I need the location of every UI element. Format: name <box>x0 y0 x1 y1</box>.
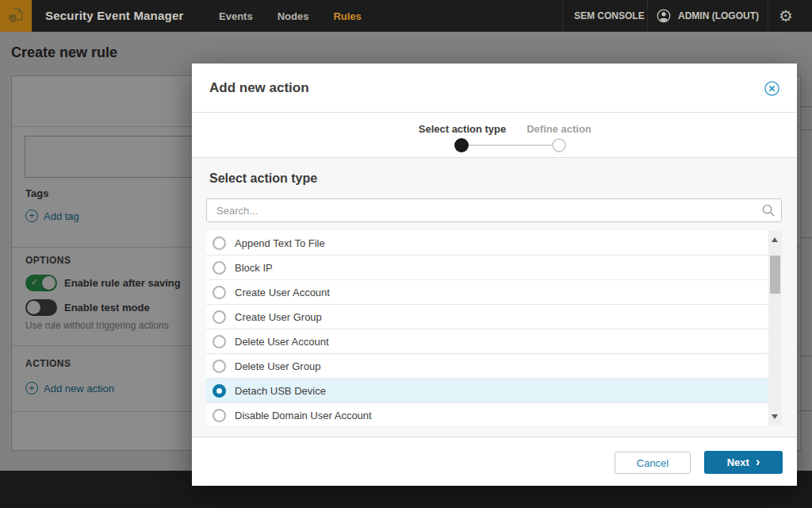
user-avatar-icon <box>657 9 671 23</box>
main-nav: Events Nodes Rules <box>219 0 362 32</box>
top-navbar: Security Event Manager Events Nodes Rule… <box>0 0 812 32</box>
settings-gear-icon[interactable]: ⚙ <box>779 0 793 32</box>
scrollbar-thumb[interactable] <box>770 256 780 294</box>
action-type-option[interactable]: Delete User Group <box>206 354 782 379</box>
radio-icon[interactable] <box>213 261 226 275</box>
radio-icon[interactable] <box>213 409 226 422</box>
nav-divider <box>768 0 768 32</box>
action-type-option[interactable]: Append Text To File <box>206 231 782 256</box>
radio-icon[interactable] <box>213 237 226 250</box>
action-type-option[interactable]: Detach USB Device <box>206 379 782 403</box>
modal-header: Add new action <box>192 64 797 113</box>
action-type-option[interactable]: Block IP <box>206 256 782 280</box>
radio-icon[interactable] <box>213 310 226 324</box>
step-define-action: Define action <box>527 123 592 135</box>
step-connector-line <box>462 144 559 146</box>
nav-item-nodes[interactable]: Nodes <box>278 10 309 22</box>
next-button[interactable]: Next › <box>704 451 783 474</box>
option-label: Block IP <box>235 262 273 274</box>
radio-icon[interactable] <box>213 384 226 398</box>
option-label: Delete User Account <box>235 336 329 348</box>
option-label: Detach USB Device <box>235 385 326 397</box>
list-scrollbar[interactable] <box>768 231 782 425</box>
close-icon[interactable] <box>764 81 779 96</box>
action-type-option[interactable]: Disable Domain User Account <box>206 403 782 425</box>
option-label: Create User Account <box>235 287 330 298</box>
admin-logout-link[interactable]: ADMIN (LOGOUT) <box>678 0 759 32</box>
chevron-right-icon: › <box>756 456 760 468</box>
option-label: Delete User Group <box>235 360 320 372</box>
action-type-option[interactable]: Create User Account <box>206 280 782 305</box>
step-dot-active <box>454 138 469 152</box>
app-title: Security Event Manager <box>45 0 183 32</box>
option-label: Disable Domain User Account <box>235 410 372 421</box>
app-logo[interactable] <box>0 0 32 32</box>
wizard-stepper: Select action type Define action <box>192 113 797 158</box>
modal-footer: Cancel Next › <box>192 437 797 486</box>
search-field-wrap <box>206 198 782 222</box>
nav-divider <box>562 0 563 32</box>
search-input[interactable] <box>206 198 782 222</box>
radio-icon[interactable] <box>213 335 226 348</box>
radio-icon[interactable] <box>213 360 226 373</box>
add-action-modal: Add new action Select action type Define… <box>192 64 797 486</box>
nav-divider <box>647 0 648 32</box>
nav-item-events[interactable]: Events <box>219 10 253 22</box>
step-select-action-type: Select action type <box>419 123 507 135</box>
scroll-up-icon[interactable] <box>772 237 778 242</box>
cancel-button[interactable]: Cancel <box>615 452 691 474</box>
step-dot-inactive <box>552 138 566 152</box>
sem-console-link[interactable]: SEM CONSOLE <box>574 0 645 32</box>
search-icon <box>762 204 775 217</box>
next-button-label: Next <box>727 456 749 468</box>
nav-item-rules[interactable]: Rules <box>333 10 361 22</box>
option-label: Create User Group <box>235 311 322 323</box>
shield-document-icon <box>6 6 25 25</box>
action-type-option[interactable]: Delete User Account <box>206 329 782 354</box>
action-type-option[interactable]: Create User Group <box>206 305 782 329</box>
radio-icon[interactable] <box>213 286 226 299</box>
modal-body: Select action type Append Text To File B… <box>192 158 797 437</box>
option-label: Append Text To File <box>235 237 325 249</box>
modal-title: Add new action <box>209 80 309 96</box>
scroll-down-icon[interactable] <box>772 414 778 419</box>
action-type-list: Append Text To File Block IP Create User… <box>206 231 782 425</box>
select-action-type-heading: Select action type <box>209 171 317 186</box>
